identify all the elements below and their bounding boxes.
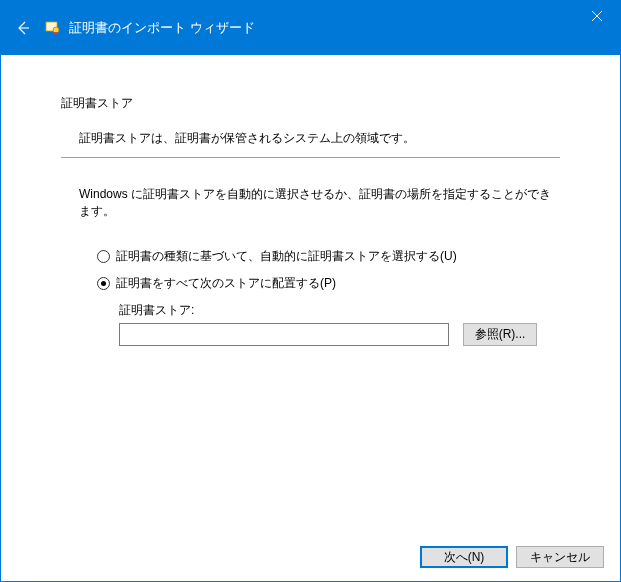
window-title: 証明書のインポート ウィザード — [69, 19, 255, 37]
titlebar: 証明書のインポート ウィザード — [1, 1, 620, 55]
close-button[interactable] — [574, 1, 620, 31]
content-area: 証明書ストア 証明書ストアは、証明書が保管されるシステム上の領域です。 Wind… — [1, 55, 620, 533]
radio-manual[interactable] — [97, 277, 110, 290]
store-input[interactable] — [119, 323, 449, 346]
next-button[interactable]: 次へ(N) — [420, 546, 508, 568]
browse-button[interactable]: 参照(R)... — [463, 323, 537, 346]
help-text: Windows に証明書ストアを自動的に選択させるか、証明書の場所を指定すること… — [61, 186, 560, 220]
radio-manual-row[interactable]: 証明書をすべて次のストアに配置する(P) — [97, 275, 560, 292]
radio-auto[interactable] — [97, 250, 110, 263]
close-icon — [592, 11, 602, 21]
store-row: 参照(R)... — [119, 323, 560, 346]
back-button[interactable] — [1, 1, 45, 55]
cancel-button[interactable]: キャンセル — [516, 546, 604, 568]
section-title: 証明書ストア — [61, 95, 560, 112]
title-area: 証明書のインポート ウィザード — [45, 19, 255, 37]
radio-manual-label: 証明書をすべて次のストアに配置する(P) — [116, 275, 336, 292]
certificate-icon — [45, 20, 61, 36]
store-block: 証明書ストア: 参照(R)... — [61, 302, 560, 346]
footer: 次へ(N) キャンセル — [1, 533, 620, 581]
section-description: 証明書ストアは、証明書が保管されるシステム上の領域です。 — [61, 130, 560, 157]
radio-auto-label: 証明書の種類に基づいて、自動的に証明書ストアを選択する(U) — [116, 248, 457, 265]
radio-group: 証明書の種類に基づいて、自動的に証明書ストアを選択する(U) 証明書をすべて次の… — [61, 248, 560, 292]
store-label: 証明書ストア: — [119, 302, 560, 319]
radio-auto-row[interactable]: 証明書の種類に基づいて、自動的に証明書ストアを選択する(U) — [97, 248, 560, 265]
divider — [61, 157, 560, 158]
back-arrow-icon — [15, 20, 31, 36]
wizard-window: 証明書のインポート ウィザード 証明書ストア 証明書ストアは、証明書が保管される… — [0, 0, 621, 582]
